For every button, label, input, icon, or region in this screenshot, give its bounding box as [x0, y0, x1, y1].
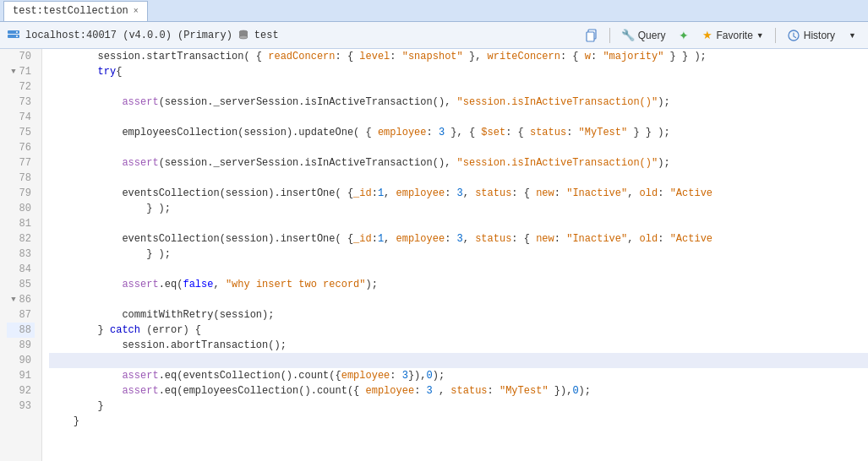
svg-point-3: [16, 35, 18, 37]
code-line-84: [49, 292, 868, 307]
line-num-92: 92: [7, 383, 35, 399]
query-button[interactable]: 🔧 Query: [616, 27, 671, 43]
tab-bar: test:testCollection ×: [0, 0, 868, 22]
code-line-91: }: [49, 399, 868, 414]
code-line-93: [49, 429, 868, 444]
line-num-83: 83: [7, 247, 35, 262]
line-num-93: 93: [7, 399, 35, 414]
toolbar-left: localhost:40017 (v4.0.0) (Primary) test: [7, 29, 573, 42]
line-num-80: 80: [7, 201, 35, 216]
add-button[interactable]: ✦: [674, 27, 694, 44]
tab-close-button[interactable]: ×: [134, 7, 139, 16]
code-line-74: [49, 110, 868, 125]
line-num-78: 78: [7, 171, 35, 186]
line-num-75: 75: [7, 125, 35, 140]
more-button[interactable]: ▼: [843, 30, 861, 41]
code-line-70: session.startTransaction( { readConcern:…: [49, 49, 868, 64]
svg-point-2: [16, 31, 18, 33]
database-icon: [237, 30, 249, 41]
server-label: localhost:40017 (v4.0.0) (Primary): [25, 30, 232, 41]
line-num-89: 89: [7, 338, 35, 353]
line-num-70: 70: [7, 49, 35, 64]
line-num-74: 74: [7, 110, 35, 125]
line-num-82: 82: [7, 231, 35, 247]
history-icon: [787, 29, 800, 42]
code-line-71: try{: [49, 64, 868, 79]
line-num-72: 72: [7, 79, 35, 95]
more-icon: ▼: [849, 31, 856, 40]
code-line-76: [49, 140, 868, 155]
toolbar-right: 🔧 Query ✦ ★ Favorite ▼ History ▼: [580, 27, 861, 44]
line-num-88: 88: [7, 323, 35, 338]
code-line-77: assert(session._serverSession.isInActive…: [49, 155, 868, 171]
separator: [609, 28, 610, 43]
line-num-87: 87: [7, 307, 35, 323]
favorite-button[interactable]: ★ Favorite ▼: [697, 27, 768, 43]
code-line-75: employeesCollection(session).updateOne( …: [49, 125, 868, 140]
line-numbers: 70 ▼71 72 73 74 75 76 77 78 79 80 81 82 …: [0, 49, 42, 461]
favorite-label: Favorite: [716, 30, 752, 41]
line-num-90: 90: [7, 353, 35, 368]
code-line-89: assert.eq(eventsCollection().count({empl…: [49, 368, 868, 383]
line-num-76: 76: [7, 140, 35, 155]
db-label: test: [254, 30, 279, 41]
history-label: History: [804, 30, 835, 41]
wrench-icon: 🔧: [621, 29, 635, 41]
star-icon: ★: [702, 29, 712, 41]
history-button[interactable]: History: [782, 27, 840, 44]
code-line-86: } catch (error) {: [49, 323, 868, 338]
code-line-79b: } );: [49, 201, 868, 216]
add-icon: ✦: [679, 29, 689, 42]
code-line-79: eventsCollection(session).insertOne( {_i…: [49, 186, 868, 201]
code-content[interactable]: session.startTransaction( { readConcern:…: [42, 49, 868, 461]
line-num-86: ▼86: [7, 292, 35, 307]
code-line-80: [49, 216, 868, 231]
query-label: Query: [638, 30, 666, 41]
line-num-91: 91: [7, 368, 35, 383]
code-line-87: session.abortTransaction();: [49, 338, 868, 353]
line-num-84: 84: [7, 262, 35, 277]
code-line-85: commitWithRetry(session);: [49, 307, 868, 323]
code-line-72: [49, 79, 868, 95]
dropdown-arrow-icon: ▼: [756, 31, 764, 40]
code-line-82: [49, 262, 868, 277]
tab-test-collection[interactable]: test:testCollection ×: [3, 1, 148, 21]
line-num-77: 77: [7, 155, 35, 171]
toolbar: localhost:40017 (v4.0.0) (Primary) test …: [0, 22, 868, 49]
code-line-81b: } );: [49, 247, 868, 262]
copy-icon: [585, 29, 598, 42]
code-line-83: assert.eq(false, "why insert two record"…: [49, 277, 868, 292]
line-num-79: 79: [7, 186, 35, 201]
tab-label: test:testCollection: [13, 5, 128, 17]
separator2: [775, 28, 776, 43]
code-editor: 70 ▼71 72 73 74 75 76 77 78 79 80 81 82 …: [0, 49, 868, 461]
code-line-81: eventsCollection(session).insertOne( {_i…: [49, 231, 868, 247]
code-line-88: [49, 353, 868, 368]
server-icon: [7, 29, 20, 42]
line-num-81: 81: [7, 216, 35, 231]
code-line-73: assert(session._serverSession.isInActive…: [49, 95, 868, 110]
code-line-90: assert.eq(employeesCollection().count({ …: [49, 383, 868, 399]
svg-point-6: [239, 35, 248, 39]
copy-button[interactable]: [580, 27, 603, 44]
code-line-78: [49, 171, 868, 186]
line-num-73: 73: [7, 95, 35, 110]
line-num-71: ▼71: [7, 64, 35, 79]
line-num-85: 85: [7, 277, 35, 292]
svg-rect-8: [587, 32, 594, 41]
code-line-92: }: [49, 414, 868, 429]
